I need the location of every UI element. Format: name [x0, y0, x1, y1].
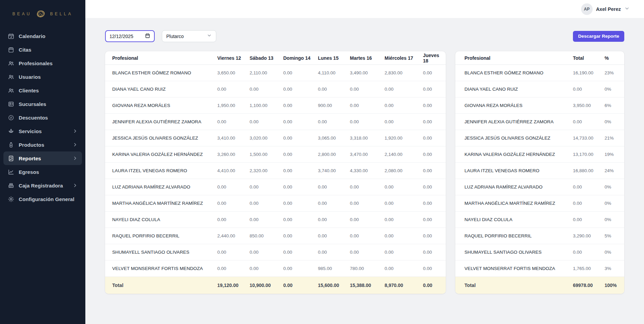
sidebar-item-usuarios[interactable]: Usuarios — [3, 70, 82, 84]
discount-icon — [7, 114, 14, 121]
day-value: 0.00 — [217, 250, 250, 255]
day-value: 900.00 — [318, 103, 350, 108]
professional-name: LUZ ADRIANA RAMÍREZ ALVARADO — [112, 184, 217, 190]
grand-percent-value: 100% — [605, 283, 617, 288]
day-value: 0.00 — [217, 201, 250, 206]
day-value: 0.00 — [318, 87, 350, 92]
day-value: 1,920.00 — [385, 136, 423, 141]
day-value: 2,320.00 — [250, 168, 283, 173]
day-value: 3,650.00 — [217, 70, 250, 75]
day-value: 1,100.00 — [250, 103, 283, 108]
percent-value: 0% — [605, 250, 615, 255]
day-table-header: ProfesionalViernes 12Sábado 13Domingo 14… — [105, 51, 446, 65]
sidebar-item-calendario[interactable]: Calendario — [3, 29, 82, 43]
day-value: 0.00 — [423, 201, 439, 206]
day-value: 0.00 — [250, 119, 283, 124]
day-table-total-row: Total19,120.0010,900.000.0015,600.0015,3… — [105, 277, 446, 294]
day-value: 3,065.00 — [318, 136, 350, 141]
sidebar-item-caja-registradora[interactable]: Caja Registradora — [3, 179, 82, 192]
bottle-icon — [7, 141, 14, 148]
professional-name: NAYELI DIAZ COLULA — [112, 217, 217, 222]
sidebar-item-label: Clientes — [19, 88, 39, 93]
professional-name: KARINA VALERIA GOZÁLEZ HERNÁNDEZ — [112, 152, 217, 157]
sidebar-item-servicios[interactable]: Servicios — [3, 124, 82, 138]
professional-name: DIANA YAEL CANO RUIZ — [112, 87, 217, 92]
day-value: 4,110.00 — [318, 70, 350, 75]
brand-word-left: BEAU — [12, 12, 32, 16]
sidebar-item-citas[interactable]: Citas — [3, 43, 82, 56]
download-report-button[interactable]: Descargar Reporte — [573, 31, 624, 42]
percent-value: 0% — [605, 87, 615, 92]
table-row: BLANCA ESTHER GÓMEZ ROMANO3,650.002,110.… — [105, 65, 446, 81]
sidebar: BEAU BELLA Calendario Citas Profesi — [0, 0, 85, 324]
day-value: 0.00 — [283, 217, 318, 222]
day-value: 0.00 — [350, 217, 385, 222]
id-card-icon — [7, 101, 14, 107]
percent-value: 6% — [605, 103, 615, 108]
day-value: 0.00 — [318, 184, 350, 190]
total-value: 0.00 — [423, 283, 439, 288]
day-value: 0.00 — [283, 266, 318, 271]
total-value: 15,388.00 — [350, 283, 385, 288]
total-value: 0.00 — [573, 87, 605, 92]
percent-value: 0% — [605, 119, 615, 124]
day-value: 0.00 — [423, 103, 439, 108]
professional-name: JENNIFER ALEXIA GUTIÉRREZ ZAMORA — [112, 119, 217, 124]
day-value: 1,500.00 — [250, 152, 283, 157]
date-input[interactable] — [105, 30, 155, 42]
professional-name: BLANCA ESTHER GÓMEZ ROMANO — [112, 70, 217, 75]
spa-icon — [7, 128, 14, 134]
professional-name: LAURA ITZEL VENEGAS ROMERO — [464, 168, 573, 173]
sidebar-item-profesionales[interactable]: Profesionales — [3, 56, 82, 70]
day-value: 0.00 — [423, 152, 439, 157]
date-value[interactable] — [109, 34, 142, 39]
user-menu[interactable]: AP Axel Perez — [581, 3, 630, 15]
users-icon — [7, 60, 14, 67]
professional-name: RAQUEL PORFIRIO BECERRIL — [464, 233, 573, 238]
day-value: 0.00 — [250, 201, 283, 206]
column-header: Total — [573, 55, 605, 61]
table-row: DIANA YAEL CANO RUIZ0.000% — [455, 81, 624, 97]
professional-name: JESSICA JESÚS OLIVARES GONZÁLEZ — [112, 136, 217, 141]
day-value: 985.00 — [318, 266, 350, 271]
day-value: 0.00 — [250, 266, 283, 271]
day-value: 0.00 — [423, 233, 439, 238]
day-value: 0.00 — [423, 250, 439, 255]
sidebar-item-label: Configuración General — [19, 196, 74, 202]
day-value: 0.00 — [385, 217, 423, 222]
total-value: 15,600.00 — [318, 283, 350, 288]
professional-name: VELVET MONSERRAT FORTIS MENDOZA — [464, 266, 573, 271]
total-value: 16,190.00 — [573, 70, 605, 75]
day-value: 0.00 — [283, 250, 318, 255]
day-value: 3,470.00 — [350, 152, 385, 157]
cash-register-icon — [7, 182, 14, 189]
day-value: 0.00 — [350, 103, 385, 108]
sidebar-item-clientes[interactable]: Clientes — [3, 84, 82, 97]
professional-name: JENNIFER ALEXIA GUTIÉRREZ ZAMORA — [464, 119, 573, 124]
sidebar-item-egresos[interactable]: Egresos — [3, 165, 82, 179]
sidebar-item-sucursales[interactable]: Sucursales — [3, 97, 82, 111]
day-value: 0.00 — [217, 87, 250, 92]
professional-name: SHUMAYELL SANTIAGO OLIVARES — [464, 250, 573, 255]
day-value: 0.00 — [423, 119, 439, 124]
day-value: 2,800.00 — [318, 152, 350, 157]
day-value: 0.00 — [250, 250, 283, 255]
day-value: 3,020.00 — [250, 136, 283, 141]
sidebar-item-label: Profesionales — [19, 60, 53, 66]
chevron-right-icon — [72, 183, 78, 188]
sidebar-item-productos[interactable]: Productos — [3, 138, 82, 151]
day-value: 0.00 — [217, 266, 250, 271]
day-breakdown-table: ProfesionalViernes 12Sábado 13Domingo 14… — [105, 51, 446, 294]
sidebar-item-descuentos[interactable]: Descuentos — [3, 111, 82, 124]
day-value: 4,330.00 — [350, 168, 385, 173]
sidebar-item-configuracion-general[interactable]: Configuración General — [3, 192, 82, 206]
day-value: 0.00 — [350, 201, 385, 206]
branch-select[interactable]: Plutarco — [162, 30, 216, 42]
sidebar-item-reportes[interactable]: Reportes — [3, 151, 82, 165]
professional-name: GIOVANA REZA MORÁLES — [112, 103, 217, 108]
day-value: 0.00 — [350, 184, 385, 190]
total-value: 0.00 — [573, 201, 605, 206]
calendar-icon — [145, 33, 150, 40]
day-value: 2,440.00 — [217, 233, 250, 238]
column-header: Viernes 12 — [217, 55, 250, 61]
